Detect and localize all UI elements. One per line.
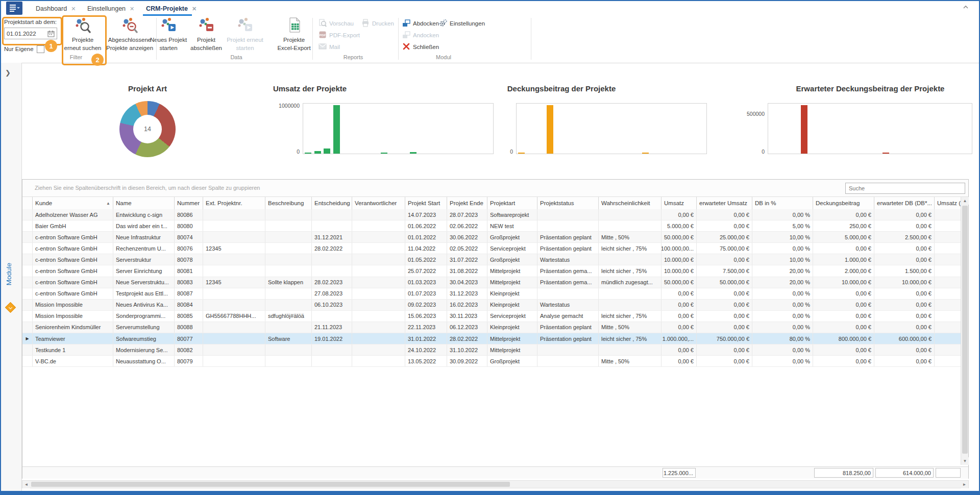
table-cell: Software xyxy=(265,333,312,344)
module-diamond-icon[interactable] xyxy=(5,302,16,313)
abdocken-button[interactable]: Abdocken xyxy=(402,18,439,29)
table-cell: 30.11.2023 xyxy=(447,311,487,321)
vertical-scrollbar[interactable]: ▲ ▼ xyxy=(961,197,968,465)
table-cell: 25.000,00 € xyxy=(697,232,752,242)
table-cell xyxy=(537,344,599,355)
column-header-umsatz-r[interactable]: Umsatz (r xyxy=(935,197,962,209)
tab-crm-projekte[interactable]: CRM-Projekte✕ xyxy=(146,2,197,15)
table-cell xyxy=(312,265,352,276)
table-row[interactable]: c-entron Software GmbHRechenzentrum U...… xyxy=(22,243,962,254)
table-cell: Neues Antivirus Ka... xyxy=(113,300,175,310)
table-cell xyxy=(935,288,962,299)
table-cell xyxy=(352,254,405,265)
table-row[interactable]: V-BC.deNeuausstattung O...8007913.05.202… xyxy=(22,356,962,367)
table-cell: 7.500,00 € xyxy=(697,265,752,276)
table-cell xyxy=(599,209,662,220)
ribbon-collapse-chevron-icon[interactable] xyxy=(962,3,971,12)
table-cell xyxy=(352,322,405,333)
table-cell xyxy=(265,243,312,254)
tab-dashboard[interactable]: Dashboard✕ xyxy=(36,2,76,15)
table-row[interactable]: c-entron Software GmbHNeue Infrastruktur… xyxy=(22,232,962,243)
column-header-kunde[interactable]: Kunde▲ xyxy=(33,197,113,209)
scroll-down-icon[interactable]: ▼ xyxy=(961,457,969,465)
table-cell: 0,00 € xyxy=(662,322,697,333)
column-header-nummer[interactable]: Nummer xyxy=(175,197,203,209)
table-cell xyxy=(935,344,962,355)
table-cell xyxy=(203,265,265,276)
tab-einstellungen[interactable]: Einstellungen✕ xyxy=(87,2,134,15)
table-cell: Das wird aber ein t... xyxy=(113,220,175,231)
calendar-icon[interactable] xyxy=(47,30,55,37)
column-header-verantwortlicher[interactable]: Verantwortlicher xyxy=(352,197,405,209)
table-row[interactable]: Testkunde 1Modernisierung Se...8008224.1… xyxy=(22,344,962,356)
column-header-deckungsbeitrag[interactable]: Deckungsbeitrag xyxy=(813,197,874,209)
sidebar-item-module[interactable]: Module xyxy=(5,263,13,285)
app-menu-button[interactable] xyxy=(6,2,22,15)
column-header-label: Projektstatus xyxy=(540,200,574,206)
table-row[interactable]: Seniorenheim KindsmüllerServerumstellung… xyxy=(22,322,962,333)
table-cell: mündlich zugesagt... xyxy=(599,277,662,288)
table-cell xyxy=(203,209,265,220)
table-row[interactable]: c-entron Software GmbHTestprojekt aus Et… xyxy=(22,288,962,300)
table-row[interactable]: c-entron Software GmbHServer Einrichtung… xyxy=(22,265,962,277)
column-header-name[interactable]: Name xyxy=(113,197,175,209)
table-row[interactable]: c-entron Software GmbHNeue Serverstruktu… xyxy=(22,277,962,288)
schlie-en-button[interactable]: Schließen xyxy=(402,42,439,52)
scroll-right-icon[interactable]: ► xyxy=(961,481,968,488)
projekte-erneut-suchen-button[interactable]: Projekteerneut suchen xyxy=(59,17,106,54)
table-cell: 80083 xyxy=(175,277,203,288)
row-indicator xyxy=(22,311,33,321)
project-start-date-input[interactable]: 01.01.2022 xyxy=(4,28,57,39)
search-input[interactable] xyxy=(845,183,965,194)
tab-close-icon[interactable]: ✕ xyxy=(71,6,76,12)
table-cell: Softwareprojekt xyxy=(487,209,537,220)
table-cell: leicht sicher , 75% xyxy=(599,311,662,321)
table-cell: 0,00 € xyxy=(697,288,752,299)
scroll-up-icon[interactable]: ▲ xyxy=(961,197,969,205)
column-header-wahrscheinlichkeit[interactable]: Wahrscheinlichkeit xyxy=(599,197,662,209)
column-header-projektstatus[interactable]: Projektstatus xyxy=(537,197,599,209)
expand-rail-chevron-icon[interactable]: ❯ xyxy=(5,69,14,78)
einstellungen-button[interactable]: Einstellungen xyxy=(439,18,485,29)
undock-icon xyxy=(402,19,413,28)
column-header-projekt-ende[interactable]: Projekt Ende xyxy=(447,197,487,209)
table-cell: 10,00 % xyxy=(752,232,813,242)
column-header-umsatz[interactable]: Umsatz xyxy=(662,197,697,209)
column-header-entscheidung[interactable]: Entscheidung xyxy=(312,197,352,209)
table-cell xyxy=(599,288,662,299)
nur-eigene-checkbox[interactable] xyxy=(37,45,44,53)
column-header-erwarteter-db-db-[interactable]: erwarteter DB (DB*... xyxy=(874,197,935,209)
table-cell: 100.000,00... xyxy=(662,243,697,254)
sort-ascending-icon: ▲ xyxy=(106,201,110,206)
column-header-ext-projektnr-[interactable]: Ext. Projektnr. xyxy=(203,197,265,209)
table-row[interactable]: c-entron Software GmbHServerstruktur8007… xyxy=(22,254,962,265)
column-header-erwarteter-umsatz[interactable]: erwarteter Umsatz xyxy=(697,197,752,209)
button-label: Projekt erneut xyxy=(227,37,263,43)
group-by-bar[interactable]: Ziehen Sie eine Spaltenüberschrift in di… xyxy=(22,180,968,197)
table-cell: 80080 xyxy=(175,220,203,231)
table-row[interactable]: Baier GmbHDas wird aber ein t...8008001.… xyxy=(22,220,962,232)
tab-close-icon[interactable]: ✕ xyxy=(192,6,197,12)
project-finish-icon xyxy=(198,17,214,35)
column-header-projekt-start[interactable]: Projekt Start xyxy=(405,197,447,209)
scroll-left-icon[interactable]: ◄ xyxy=(22,481,30,488)
column-header-beschreibung[interactable]: Beschreibung xyxy=(265,197,312,209)
table-row[interactable]: Adelholzener Wasser AGEntwicklung c-sign… xyxy=(22,209,962,220)
horizontal-scrollbar[interactable]: ◄ ► xyxy=(22,480,969,488)
column-header-projektart[interactable]: Projektart xyxy=(487,197,537,209)
table-cell xyxy=(352,311,405,321)
table-cell xyxy=(352,220,405,231)
ribbon-group-label: Reports xyxy=(344,54,363,60)
table-cell: 10,00 % xyxy=(752,254,813,265)
projekte-excel-export-button[interactable]: ProjekteExcel-Export xyxy=(271,17,317,54)
table-row[interactable]: ▶TeamviewerSofwareumstieg80077Software19… xyxy=(22,333,962,344)
table-cell: 0,00 € xyxy=(874,288,935,299)
table-row[interactable]: Mission ImpossibleSonderprogrammi...8008… xyxy=(22,311,962,322)
vertical-scroll-thumb[interactable] xyxy=(962,206,968,454)
column-header-label: Nummer xyxy=(177,200,200,206)
tab-close-icon[interactable]: ✕ xyxy=(130,6,134,12)
column-header-db-in-[interactable]: DB in % xyxy=(752,197,813,209)
horizontal-scroll-thumb[interactable] xyxy=(31,482,510,487)
table-row[interactable]: Mission ImpossibleNeues Antivirus Ka...8… xyxy=(22,300,962,311)
table-cell: Sollte klappen xyxy=(265,277,312,288)
